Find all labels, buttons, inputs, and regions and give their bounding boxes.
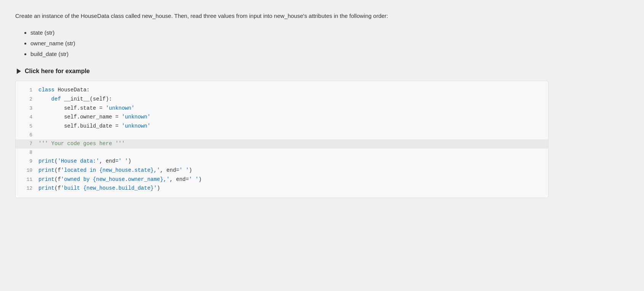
code-line: 5 self.build_date = 'unknown' bbox=[16, 122, 548, 131]
code-line: 11print(f'owned by {new_house.owner_name… bbox=[16, 175, 548, 184]
code-content: ''' Your code goes here ''' bbox=[38, 139, 125, 149]
line-number: 6 bbox=[22, 131, 32, 139]
line-number: 9 bbox=[22, 157, 32, 166]
line-number: 1 bbox=[22, 86, 32, 94]
code-line: 3 self.state = 'unknown' bbox=[16, 104, 548, 113]
code-line: 12print(f'built {new_house.build_date}') bbox=[16, 184, 548, 193]
collapsible-label: Click here for example bbox=[25, 68, 90, 75]
code-line: 10print(f'located in {new_house.state},'… bbox=[16, 166, 548, 175]
code-content: class HouseData: bbox=[38, 86, 89, 95]
code-content: print(f'owned by {new_house.owner_name},… bbox=[38, 175, 202, 184]
bullet-item-owner: owner_name (str) bbox=[30, 39, 629, 48]
code-line: 1class HouseData: bbox=[16, 86, 548, 95]
bullet-item-date: build_date (str) bbox=[30, 50, 629, 59]
description-text: Create an instance of the HouseData clas… bbox=[15, 11, 548, 21]
bullet-list: state (str) owner_name (str) build_date … bbox=[30, 28, 629, 59]
code-line: 2 def __init__(self): bbox=[16, 95, 548, 104]
code-line: 6 bbox=[16, 131, 548, 139]
code-content: self.state = 'unknown' bbox=[38, 104, 134, 113]
line-number: 12 bbox=[22, 184, 32, 193]
code-block: 1class HouseData:2 def __init__(self):3 … bbox=[15, 81, 548, 198]
line-number: 8 bbox=[22, 149, 32, 157]
line-number: 11 bbox=[22, 176, 32, 184]
bullet-item-state: state (str) bbox=[30, 28, 629, 37]
line-number: 4 bbox=[22, 113, 32, 122]
code-content: print(f'located in {new_house.state},', … bbox=[38, 166, 192, 175]
code-content: self.owner_name = 'unknown' bbox=[38, 113, 150, 122]
triangle-icon bbox=[17, 69, 21, 74]
code-line: 4 self.owner_name = 'unknown' bbox=[16, 113, 548, 122]
code-content: print('House data:', end=' ') bbox=[38, 157, 131, 166]
code-line: 7''' Your code goes here ''' bbox=[16, 139, 548, 149]
code-content: self.build_date = 'unknown' bbox=[38, 122, 150, 131]
line-number: 5 bbox=[22, 122, 32, 131]
collapsible-header[interactable]: Click here for example bbox=[17, 68, 629, 75]
code-content: print(f'built {new_house.build_date}') bbox=[38, 184, 160, 193]
code-line: 8 bbox=[16, 149, 548, 157]
line-number: 7 bbox=[22, 140, 32, 148]
line-number: 10 bbox=[22, 166, 32, 175]
code-line: 9print('House data:', end=' ') bbox=[16, 157, 548, 166]
line-number: 3 bbox=[22, 104, 32, 113]
code-content: def __init__(self): bbox=[38, 95, 112, 104]
line-number: 2 bbox=[22, 95, 32, 104]
